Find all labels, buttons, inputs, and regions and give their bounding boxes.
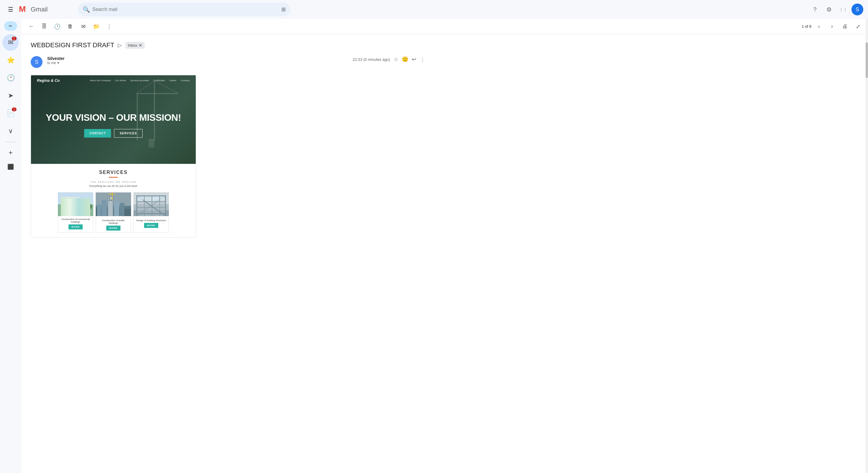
forward-icon[interactable]: ▷ [118, 42, 122, 49]
scrollbar-thumb[interactable] [866, 42, 868, 78]
topbar-left: ☰ M Gmail [5, 4, 75, 15]
search-filter-icon[interactable]: ⊞ [281, 6, 286, 13]
scrollbar-track[interactable] [866, 19, 868, 473]
search-input[interactable] [92, 7, 279, 12]
svg-rect-53 [136, 201, 166, 202]
hero-nav-links: About the Company Our Works Services pro… [90, 79, 190, 82]
emoji-button[interactable]: 🙂 [402, 56, 408, 63]
reply-button[interactable]: ↩ [412, 56, 416, 63]
sidebar-item-mail[interactable]: ✉ 1 [2, 34, 19, 51]
prev-email-button[interactable]: ‹ [814, 21, 824, 32]
inbox-tag[interactable]: Inbox ✕ [125, 42, 145, 49]
services-button[interactable]: SERVICES [114, 129, 142, 137]
svg-rect-62 [145, 196, 151, 201]
design-label: Design of building structures [135, 217, 167, 223]
back-button[interactable]: ← [26, 21, 37, 32]
nav-about[interactable]: About the Company [90, 79, 111, 82]
gmail-m-icon: M [18, 4, 30, 15]
email-body: WEBDESIGN FIRST DRAFT ▷ Inbox ✕ S Silves… [21, 34, 435, 245]
sender-to[interactable]: to me ▾ [47, 61, 348, 65]
sender-name: Silvester [47, 56, 348, 61]
public-building-svg [96, 192, 131, 216]
svg-rect-17 [62, 201, 65, 203]
more-options-button[interactable]: ⋮ [420, 56, 425, 63]
star-button[interactable]: ☆ [394, 56, 398, 63]
svg-text:M: M [19, 4, 26, 13]
inbox-tag-label: Inbox [128, 43, 137, 48]
nav-certificates[interactable]: Certificates [153, 79, 165, 82]
services-title: SERVICES [37, 170, 190, 175]
nav-contacts[interactable]: Contacts [180, 79, 190, 82]
svg-rect-42 [108, 199, 110, 201]
inbox-tag-close[interactable]: ✕ [138, 42, 142, 48]
sidebar-item-snoozed[interactable]: 🕐 [2, 70, 19, 86]
delete-button[interactable]: 🗑 [65, 21, 75, 32]
svg-rect-13 [62, 198, 65, 200]
next-email-button[interactable]: › [827, 21, 837, 32]
svg-rect-61 [137, 196, 144, 201]
svg-rect-59 [159, 195, 160, 216]
snooze-button[interactable]: 🕐 [52, 21, 63, 32]
sidebar-item-drafts[interactable]: 📄 1 [2, 105, 19, 122]
help-button[interactable]: ? [809, 4, 821, 15]
svg-rect-9 [58, 204, 93, 216]
print-button[interactable]: 🖨 [840, 21, 850, 32]
nav-career[interactable]: Career [169, 79, 176, 82]
plus-icon: + [8, 149, 13, 157]
sidebar-divider [6, 142, 16, 142]
chevron-down-icon: ∨ [8, 127, 13, 135]
svg-rect-20 [72, 201, 74, 203]
move-button[interactable]: 📁 [91, 21, 101, 32]
svg-rect-54 [136, 207, 166, 208]
design-image [133, 192, 169, 217]
sidebar-item-sent[interactable]: ➤ [2, 87, 19, 104]
gmail-text: Gmail [31, 6, 48, 13]
open-button[interactable]: ⤢ [852, 21, 863, 32]
commercial-more-button[interactable]: More [68, 224, 83, 229]
email-timestamp: 22:33 (0 minutes ago) [353, 57, 390, 62]
design-building-svg [133, 192, 169, 216]
settings-button[interactable]: ⚙ [823, 4, 835, 15]
commercial-label: Construction of commercial buildings [58, 216, 93, 224]
svg-rect-23 [69, 204, 71, 206]
avatar[interactable]: S [851, 4, 863, 15]
svg-rect-19 [69, 201, 71, 203]
public-more-button[interactable]: More [106, 226, 120, 230]
sidebar-add-button[interactable]: + [2, 145, 19, 161]
compose-button[interactable]: ✏ [4, 21, 17, 31]
site-logo: Regina & Co [37, 78, 60, 83]
design-more-button[interactable]: More [144, 223, 158, 228]
nav-services[interactable]: Services provided [130, 79, 149, 82]
public-image [96, 192, 131, 217]
services-grid: Construction of commercial buildings Mor… [37, 192, 190, 233]
more-button[interactable]: ⋮ [104, 21, 115, 32]
svg-rect-10 [58, 192, 93, 204]
svg-rect-34 [101, 200, 107, 216]
sender-avatar: S [31, 56, 42, 68]
sidebar-item-more[interactable]: ∨ [2, 123, 19, 139]
service-card-design: Design of building structures More [133, 192, 169, 233]
hero-section: Regina & Co About the Company Our Works … [31, 75, 196, 164]
svg-rect-60 [165, 195, 166, 216]
public-label: Construction of public buildings [96, 217, 131, 226]
svg-rect-57 [144, 195, 145, 216]
svg-rect-27 [84, 209, 85, 216]
apps-button[interactable]: ⋮⋮ [837, 4, 849, 15]
sidebar-item-starred[interactable]: ⭐ [2, 52, 19, 68]
svg-rect-24 [72, 204, 74, 206]
hamburger-menu[interactable]: ☰ [5, 4, 17, 15]
mark-unread-button[interactable]: ✉ [78, 21, 89, 32]
sender-info: Silvester to me ▾ [47, 56, 348, 65]
search-bar[interactable]: 🔍 ⊞ [78, 3, 290, 16]
svg-rect-64 [160, 196, 165, 201]
star-icon: ⭐ [7, 56, 15, 64]
email-meta: 22:33 (0 minutes ago) ☆ 🙂 ↩ ⋮ [353, 56, 425, 63]
svg-rect-28 [88, 210, 89, 216]
draft-badge: 1 [12, 107, 17, 111]
sidebar-label-icon[interactable]: ⬛ [6, 162, 16, 171]
nav-works[interactable]: Our Works [115, 79, 126, 82]
contact-button[interactable]: CONTACT [84, 129, 111, 137]
search-icon: 🔍 [83, 6, 90, 13]
svg-point-25 [81, 202, 88, 209]
archive-button[interactable]: 🗄 [39, 21, 50, 32]
